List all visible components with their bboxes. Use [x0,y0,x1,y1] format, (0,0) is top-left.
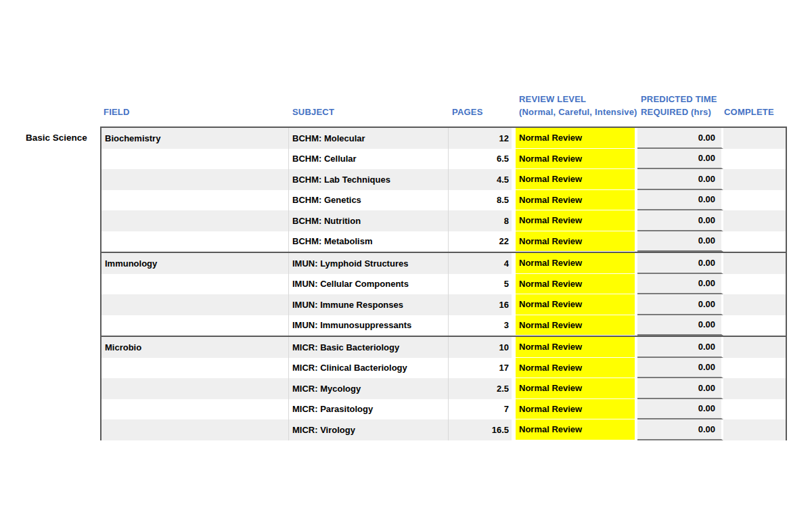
review-level-cell[interactable]: Normal Review [516,337,637,358]
complete-cell[interactable] [723,253,786,274]
predicted-time-header-line2: REQUIRED (hrs) [641,106,717,118]
complete-cell[interactable] [723,419,786,440]
table-row: IMUN: Immune Responses16Normal Review0.0… [102,294,786,315]
pages-cell: 6.5 [449,149,516,170]
review-level-cell[interactable]: Normal Review [516,210,637,231]
complete-cell[interactable] [723,294,786,315]
subject-cell: IMUN: Immune Responses [289,294,449,315]
complete-cell[interactable] [723,169,786,190]
pages-cell: 8.5 [449,190,516,211]
review-level-header-line1: REVIEW LEVEL [519,93,637,106]
review-level-cell[interactable]: Normal Review [516,294,637,315]
subject-cell: BCHM: Nutrition [289,210,449,231]
field-cell [102,274,289,295]
review-level-cell[interactable]: Normal Review [516,358,637,379]
complete-cell[interactable] [723,358,786,379]
pages-cell: 16.5 [449,419,516,440]
table-row: IMUN: Cellular Components5Normal Review0… [102,274,786,295]
complete-cell[interactable] [723,149,786,170]
predicted-time-cell: 0.00 [637,315,723,336]
review-level-cell[interactable]: Normal Review [516,315,637,336]
field-cell [102,378,289,399]
field-section: MicrobioMICR: Basic Bacteriology10Normal… [102,336,786,440]
table-row: MICR: Parasitology7Normal Review0.00 [102,399,786,420]
column-header-subject: SUBJECT [292,106,334,118]
pages-cell: 5 [449,274,516,295]
pages-cell: 16 [449,294,516,315]
predicted-time-cell: 0.00 [637,169,723,190]
complete-cell[interactable] [723,190,786,211]
complete-cell[interactable] [723,274,786,295]
review-level-cell[interactable]: Normal Review [516,231,637,252]
subject-cell: MICR: Basic Bacteriology [289,337,449,358]
pages-cell: 10 [449,337,516,358]
predicted-time-cell: 0.00 [637,378,723,399]
review-level-cell[interactable]: Normal Review [516,419,637,440]
column-header-field: FIELD [104,106,130,118]
subject-cell: IMUN: Cellular Components [289,274,449,295]
table-row: MICR: Mycology2.5Normal Review0.00 [102,378,786,399]
field-cell: Immunology [102,253,289,274]
field-cell [102,419,289,440]
pages-cell: 2.5 [449,378,516,399]
complete-cell[interactable] [723,315,786,336]
predicted-time-cell: 0.00 [637,231,723,252]
complete-cell[interactable] [723,210,786,231]
review-level-cell[interactable]: Normal Review [516,149,637,170]
pages-cell: 4 [449,253,516,274]
complete-cell[interactable] [723,231,786,252]
review-level-cell[interactable]: Normal Review [516,253,637,274]
column-header-pages: PAGES [452,106,483,118]
column-header-predicted-time: PREDICTED TIME REQUIRED (hrs) [641,93,717,118]
predicted-time-header-line1: PREDICTED TIME [641,93,717,106]
pages-cell: 4.5 [449,169,516,190]
predicted-time-cell: 0.00 [637,294,723,315]
review-level-cell[interactable]: Normal Review [516,274,637,295]
pages-cell: 22 [449,231,516,252]
review-level-cell[interactable]: Normal Review [516,190,637,211]
field-section: BiochemistryBCHM: Molecular12Normal Revi… [102,128,786,252]
review-level-cell[interactable]: Normal Review [516,169,637,190]
field-cell [102,315,289,336]
predicted-time-cell: 0.00 [637,274,723,295]
table-row: ImmunologyIMUN: Lymphoid Structures4Norm… [102,253,786,274]
table-row: BCHM: Genetics8.5Normal Review0.00 [102,190,786,211]
complete-cell[interactable] [723,378,786,399]
predicted-time-cell: 0.00 [637,358,723,379]
field-cell [102,358,289,379]
complete-cell[interactable] [723,337,786,358]
field-cell: Microbio [102,337,289,358]
subject-cell: IMUN: Immunosuppressants [289,315,449,336]
review-level-cell[interactable]: Normal Review [516,128,637,149]
group-label-basic-science: Basic Science [26,133,87,143]
subject-cell: IMUN: Lymphoid Structures [289,253,449,274]
table-body: BiochemistryBCHM: Molecular12Normal Revi… [100,127,787,440]
table-row: BCHM: Metabolism22Normal Review0.00 [102,231,786,252]
subject-cell: BCHM: Cellular [289,149,449,170]
pages-cell: 8 [449,210,516,231]
field-cell [102,231,289,252]
predicted-time-cell: 0.00 [637,190,723,211]
review-level-header-line2: (Normal, Careful, Intensive) [519,106,637,118]
field-cell: Biochemistry [102,128,289,149]
complete-cell[interactable] [723,128,786,149]
table-row: MICR: Clinical Bacteriology17Normal Revi… [102,358,786,379]
complete-cell[interactable] [723,399,786,420]
predicted-time-cell: 0.00 [637,210,723,231]
pages-cell: 17 [449,358,516,379]
table-row: MICR: Virology16.5Normal Review0.00 [102,419,786,440]
predicted-time-cell: 0.00 [637,419,723,440]
predicted-time-cell: 0.00 [637,337,723,358]
predicted-time-cell: 0.00 [637,128,723,149]
field-cell [102,399,289,420]
review-level-cell[interactable]: Normal Review [516,378,637,399]
field-cell [102,149,289,170]
table-row: IMUN: Immunosuppressants3Normal Review0.… [102,315,786,336]
field-cell [102,169,289,190]
spreadsheet-view: Basic Science FIELD SUBJECT PAGES REVIEW… [0,0,812,525]
subject-cell: BCHM: Metabolism [289,231,449,252]
subject-cell: BCHM: Genetics [289,190,449,211]
subject-cell: MICR: Mycology [289,378,449,399]
table-row: BiochemistryBCHM: Molecular12Normal Revi… [102,128,786,149]
review-level-cell[interactable]: Normal Review [516,399,637,420]
